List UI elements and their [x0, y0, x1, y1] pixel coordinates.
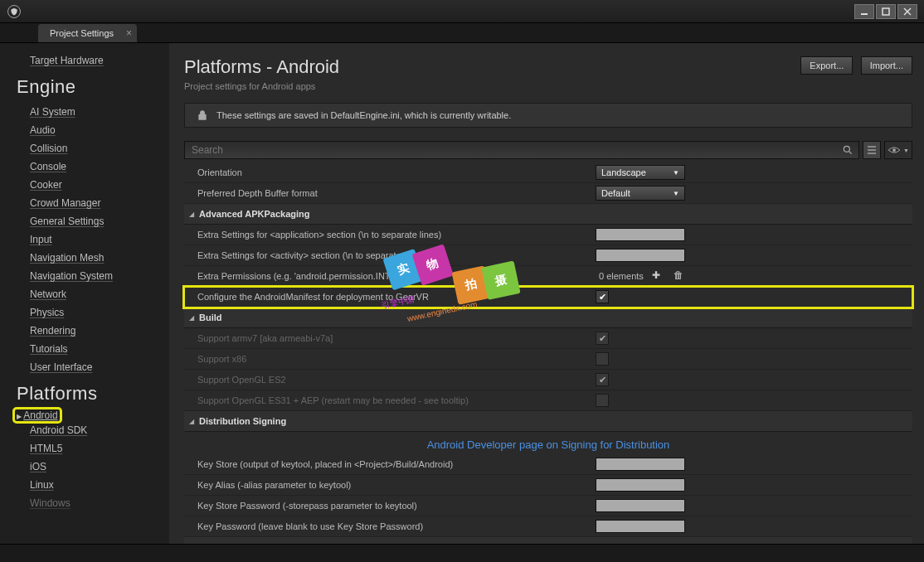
- section-advanced-apk[interactable]: Advanced APKPackaging: [184, 204, 912, 225]
- row-extra-activity: Extra Settings for <activity> section (\…: [184, 245, 912, 266]
- tab-close-icon[interactable]: ×: [126, 27, 132, 39]
- sidebar-item-console[interactable]: Console: [18, 157, 169, 176]
- info-bar: These settings are saved in DefaultEngin…: [184, 103, 912, 128]
- orientation-dropdown[interactable]: Landscape: [596, 165, 685, 180]
- sidebar-item-network[interactable]: Network: [18, 285, 169, 303]
- svg-point-5: [844, 146, 849, 152]
- gles2-checkbox[interactable]: [596, 373, 609, 386]
- titlebar: [0, 0, 924, 23]
- sidebar: Target Hardware Engine AI System Audio C…: [0, 43, 169, 562]
- tab-project-settings[interactable]: Project Settings ×: [38, 24, 137, 42]
- sidebar-item-navigation-mesh[interactable]: Navigation Mesh: [18, 249, 169, 267]
- sidebar-item-physics[interactable]: Physics: [18, 303, 169, 322]
- list-view-button[interactable]: [863, 141, 881, 159]
- row-depth-buffer: Preferred Depth Buffer format Default: [184, 183, 912, 204]
- sidebar-item-user-interface[interactable]: User Interface: [18, 358, 169, 376]
- gearvr-checkbox[interactable]: [596, 290, 609, 303]
- sidebar-item-ai-system[interactable]: AI System: [18, 103, 169, 121]
- sidebar-item-general-settings[interactable]: General Settings: [18, 212, 169, 230]
- section-build[interactable]: Build: [184, 308, 912, 328]
- sidebar-item-rendering[interactable]: Rendering: [18, 322, 169, 340]
- maximize-button[interactable]: [876, 4, 896, 19]
- sidebar-item-input[interactable]: Input: [18, 230, 169, 249]
- sidebar-item-crowd-manager[interactable]: Crowd Manager: [18, 194, 169, 212]
- section-distribution-signing[interactable]: Distribution Signing: [184, 411, 912, 432]
- x86-checkbox[interactable]: [596, 352, 609, 366]
- sidebar-item-navigation-system[interactable]: Navigation System: [18, 267, 169, 285]
- row-gles31: Support OpenGL ES31 + AEP (restart may b…: [184, 390, 912, 411]
- row-keystore-password: Key Store Password (-storepass parameter…: [184, 496, 912, 516]
- status-bar: [0, 544, 924, 562]
- page-subtitle: Project settings for Android apps: [184, 81, 339, 91]
- row-extra-permissions: Extra Permissions (e.g. 'android.permiss…: [184, 266, 912, 287]
- sidebar-item-collision[interactable]: Collision: [18, 139, 169, 157]
- sidebar-item-android[interactable]: ▶ Android: [15, 409, 60, 421]
- search-icon: [842, 144, 853, 156]
- clear-elements-button[interactable]: 🗑: [674, 269, 687, 283]
- row-armv7: Support armv7 [aka armeabi-v7a]: [184, 328, 912, 349]
- armv7-checkbox[interactable]: [596, 332, 609, 345]
- sidebar-header-platforms: Platforms: [17, 383, 169, 405]
- signing-docs-link[interactable]: Android Developer page on Signing for Di…: [184, 438, 912, 451]
- gles31-checkbox[interactable]: [596, 394, 609, 407]
- tab-row: Project Settings ×: [0, 23, 924, 43]
- settings-grid: Orientation Landscape Preferred Depth Bu…: [184, 162, 912, 558]
- search-box[interactable]: [184, 141, 859, 159]
- add-element-button[interactable]: ✚: [652, 269, 665, 283]
- sidebar-item-ios[interactable]: iOS: [18, 458, 169, 476]
- sidebar-header-engine: Engine: [17, 76, 169, 98]
- page-title: Platforms - Android: [184, 56, 339, 78]
- sidebar-item-android-sdk[interactable]: Android SDK: [18, 421, 169, 439]
- extra-activity-input[interactable]: [596, 249, 685, 262]
- svg-rect-2: [883, 8, 889, 15]
- sidebar-item-audio[interactable]: Audio: [18, 121, 169, 139]
- row-gearvr: Configure the AndroidManifest for deploy…: [184, 287, 912, 308]
- tab-label: Project Settings: [50, 28, 114, 38]
- sidebar-item-html5[interactable]: HTML5: [18, 439, 169, 458]
- minimize-button[interactable]: [854, 4, 874, 19]
- row-keyalias: Key Alias (-alias parameter to keytool): [184, 475, 912, 496]
- close-button[interactable]: [897, 4, 917, 19]
- export-button[interactable]: Export...: [800, 56, 853, 75]
- import-button[interactable]: Import...: [861, 56, 912, 75]
- key-password-input[interactable]: [596, 520, 685, 533]
- row-extra-app: Extra Settings for <application> section…: [184, 225, 912, 245]
- search-input[interactable]: [192, 142, 852, 158]
- sidebar-item-target-hardware[interactable]: Target Hardware: [18, 51, 169, 70]
- depth-dropdown[interactable]: Default: [596, 186, 685, 201]
- keyalias-input[interactable]: [596, 478, 685, 492]
- sidebar-item-linux[interactable]: Linux: [18, 476, 169, 494]
- row-gles2: Support OpenGL ES2: [184, 370, 912, 390]
- content-panel: Platforms - Android Project settings for…: [169, 43, 924, 562]
- sidebar-item-tutorials[interactable]: Tutorials: [18, 340, 169, 358]
- view-options-button[interactable]: ▼: [884, 141, 912, 159]
- permissions-count: 0 elements: [599, 271, 644, 281]
- row-key-password: Key Password (leave blank to use Key Sto…: [184, 516, 912, 537]
- sidebar-item-windows[interactable]: Windows: [18, 494, 169, 512]
- unreal-logo-icon: [7, 4, 22, 19]
- row-keystore: Key Store (output of keytool, placed in …: [184, 454, 912, 475]
- row-x86: Support x86: [184, 349, 912, 370]
- keystore-input[interactable]: [596, 458, 685, 471]
- extra-app-input[interactable]: [596, 228, 685, 241]
- keystore-password-input[interactable]: [596, 499, 685, 512]
- info-text: These settings are saved in DefaultEngin…: [216, 110, 511, 120]
- svg-line-6: [849, 152, 852, 154]
- row-orientation: Orientation Landscape: [184, 162, 912, 183]
- svg-point-10: [892, 148, 896, 152]
- unlock-icon: [197, 109, 208, 121]
- sidebar-item-cooker[interactable]: Cooker: [18, 176, 169, 194]
